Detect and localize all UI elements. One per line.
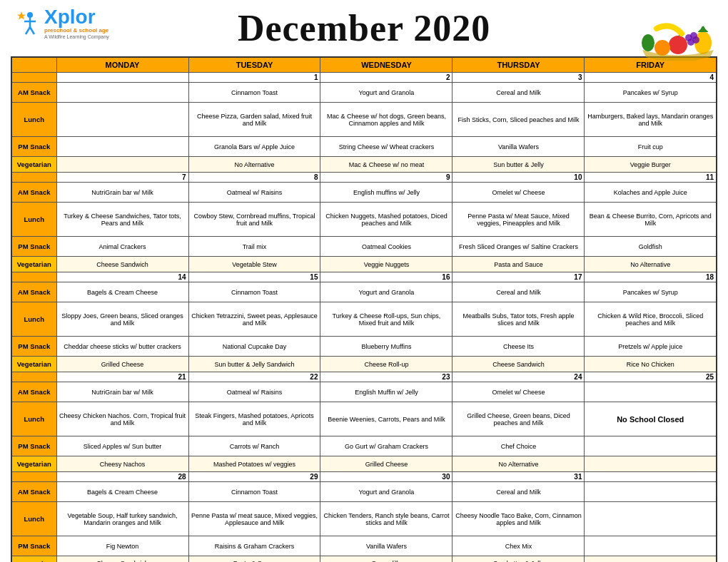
vegetarian-cell: Pasta and Sauce [453, 257, 585, 272]
row-label-pm-snack: PM Snack [11, 337, 56, 357]
row-label-pm-snack: PM Snack [11, 436, 56, 456]
logo-text: Xplor [44, 7, 109, 27]
vegetarian-cell: Mac & Cheese w/ no meat [320, 157, 453, 173]
row-label-vegetarian: Vegetarian [11, 556, 56, 563]
vegetarian-cell: Veggie Nuggets [320, 257, 453, 272]
lunch-cell: Chicken Nuggets, Mashed potatoes, Diced … [320, 203, 453, 237]
svg-point-12 [692, 36, 699, 44]
date-cell: 16 [320, 272, 453, 282]
lunch-cell: Bean & Cheese Burrito, Corn, Apricots an… [585, 203, 717, 237]
date-cell: 4 [585, 73, 717, 83]
lunch-cell: Mac & Cheese w/ hot dogs, Green beans, C… [320, 103, 453, 137]
lunch-cell: Chicken & Wild Rice, Broccoli, Sliced pe… [585, 302, 717, 337]
lunch-cell: Chicken Tenders, Ranch style beans, Carr… [320, 502, 453, 536]
row-label-pm-snack: PM Snack [11, 237, 56, 257]
lunch-cell: Vegetable Soup, Half turkey sandwich, Ma… [56, 502, 188, 536]
vegetarian-cell: No Alternative [188, 157, 320, 173]
vegetarian-cell: No Alternative [585, 257, 717, 272]
date-cell: 30 [320, 472, 453, 482]
vegetarian-cell: Sun butter & Jelly [453, 157, 585, 173]
pm-snack-cell: Raisins & Graham Crackers [188, 536, 320, 556]
am-snack-cell: Yogurt and Granola [320, 282, 453, 302]
vegetarian-cell: Mashed Potatoes w/ veggies [188, 456, 320, 472]
logo-area: Xplor preschool & school age A Wildfire … [14, 7, 109, 40]
vegetarian-cell: Quesadilla [320, 556, 453, 563]
pm-snack-cell: Vanilla Wafers [453, 137, 585, 157]
col-header-blank [11, 57, 56, 73]
row-label-pm-snack: PM Snack [11, 536, 56, 556]
am-snack-cell: Yogurt and Granola [320, 83, 453, 103]
row-label-lunch: Lunch [11, 402, 56, 436]
page-title: December 2020 [238, 7, 490, 49]
vegetarian-cell: Cheese Roll-up [320, 357, 453, 372]
lunch-cell: Meatballs Subs, Tator tots, Fresh apple … [453, 302, 585, 337]
col-header-thursday: THURSDAY [453, 57, 585, 73]
am-snack-cell: Cinnamon Toast [188, 83, 320, 103]
xplor-logo-icon [14, 10, 41, 37]
am-snack-cell: Cereal and Milk [453, 482, 585, 502]
vegetarian-cell: Cheesy Nachos [56, 456, 188, 472]
pm-snack-cell: Trail mix [188, 237, 320, 257]
vegetarian-cell: Cheese Sandwich [56, 257, 188, 272]
date-cell: 3 [453, 73, 585, 83]
date-cell: 31 [453, 472, 585, 482]
lunch-cell: Cheesy Chicken Nachos. Corn, Tropical fr… [56, 402, 188, 436]
am-snack-cell [585, 482, 717, 502]
row-label-am-snack: AM Snack [11, 83, 56, 103]
date-cell: 9 [320, 173, 453, 183]
date-cell [585, 472, 717, 482]
row-label-vegetarian: Vegetarian [11, 157, 56, 173]
logo-sub: preschool & school age [44, 27, 109, 34]
pm-snack-cell: Go Gurt w/ Graham Crackers [320, 436, 453, 456]
pm-snack-cell: National Cupcake Day [188, 337, 320, 357]
lunch-cell: No School Closed [585, 402, 717, 436]
am-snack-cell: Cinnamon Toast [188, 482, 320, 502]
vegetarian-cell: Sun butter & Jelly [453, 556, 585, 563]
am-snack-cell [585, 382, 717, 402]
vegetarian-cell: Pasta & Sauce [188, 556, 320, 563]
svg-line-3 [26, 27, 30, 34]
am-snack-cell: Oatmeal w/ Raisins [188, 382, 320, 402]
date-cell: 8 [188, 173, 320, 183]
lunch-cell: Penne Pasta w/ Meat Sauce, Mixed veggies… [453, 203, 585, 237]
am-snack-cell: Bagels & Cream Cheese [56, 282, 188, 302]
vegetarian-cell [585, 556, 717, 563]
date-cell: 1 [188, 73, 320, 83]
pm-snack-cell: Blueberry Muffins [320, 337, 453, 357]
svg-line-4 [30, 27, 34, 34]
svg-point-7 [669, 36, 687, 54]
date-cell: 14 [56, 272, 188, 282]
vegetarian-cell: Grilled Cheese [320, 456, 453, 472]
logo-sub2: A Wildfire Learning Company [44, 34, 109, 40]
col-header-monday: MONDAY [56, 57, 188, 73]
row-label-vegetarian: Vegetarian [11, 357, 56, 372]
lunch-cell: Cheese Pizza, Garden salad, Mixed fruit … [188, 103, 320, 137]
row-label-pm-snack: PM Snack [11, 137, 56, 157]
pm-snack-cell: Animal Crackers [56, 237, 188, 257]
row-label-lunch: Lunch [11, 302, 56, 337]
pm-snack-cell: Pretzels w/ Apple juice [585, 337, 717, 357]
vegetarian-cell [585, 456, 717, 472]
lunch-cell [56, 103, 188, 137]
vegetarian-cell: No Alternative [453, 456, 585, 472]
am-snack-cell: Kolaches and Apple Juice [585, 183, 717, 203]
pm-snack-cell: Sliced Apples w/ Sun butter [56, 436, 188, 456]
date-cell: 22 [188, 372, 320, 382]
pm-snack-cell: Cheddar cheese sticks w/ butter crackers [56, 337, 188, 357]
am-snack-cell: Yogurt and Granola [320, 482, 453, 502]
date-cell: 7 [56, 173, 188, 183]
row-label-vegetarian: Vegetarian [11, 456, 56, 472]
row-label-am-snack: AM Snack [11, 183, 56, 203]
lunch-cell: Cheesy Noodle Taco Bake, Corn, Cinnamon … [453, 502, 585, 536]
pm-snack-cell: Chef Choice [453, 436, 585, 456]
am-snack-cell [56, 83, 188, 103]
lunch-cell [585, 502, 717, 536]
svg-marker-5 [17, 11, 26, 20]
row-label-am-snack: AM Snack [11, 382, 56, 402]
lunch-cell: Hamburgers, Baked lays, Mandarin oranges… [585, 103, 717, 137]
row-label-am-snack: AM Snack [11, 282, 56, 302]
date-cell: 25 [585, 372, 717, 382]
am-snack-cell: Oatmeal w/ Raisins [188, 183, 320, 203]
svg-point-0 [27, 12, 33, 18]
date-cell: 23 [320, 372, 453, 382]
